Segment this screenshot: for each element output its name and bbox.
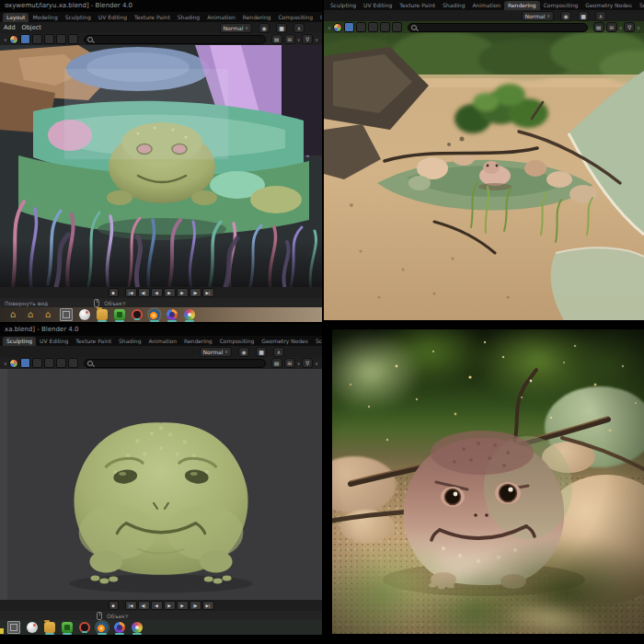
firefox-browser-icon[interactable] [167,309,178,320]
current-frame-chip[interactable]: ▪ [109,601,119,610]
home-icon[interactable]: ⌂ [42,309,53,320]
tab-animation[interactable]: Animation [468,1,504,10]
overlays-button[interactable]: ■ [256,347,267,357]
transform-orientation-dropdown[interactable]: Normal ∨ [220,23,252,33]
play-button[interactable]: ▶ [164,288,176,297]
blender-app-icon[interactable] [149,309,160,320]
filter-funnel-button[interactable]: ∇ [624,22,635,32]
tab-compositing[interactable]: Compositing [540,1,582,10]
tab-uv-editing[interactable]: UV Editing [36,337,72,346]
shading-sphere-icon[interactable] [9,35,18,44]
next-keyframe-button[interactable]: |▶ [190,288,201,297]
tab-texture-paint[interactable]: Texture Paint [131,13,174,22]
tab-shading[interactable]: Shading [174,13,203,22]
home-icon[interactable]: ⌂ [25,309,36,320]
tab-texture-paint[interactable]: Texture Paint [396,1,439,10]
tab-sculpting[interactable]: Sculpting [3,337,36,346]
tab-geometry-nodes[interactable]: Geometry Nodes [581,1,636,10]
mode-button-active[interactable] [20,34,30,44]
proportional-editing-button[interactable]: ◉ [238,347,249,357]
gizmo-toggle-button[interactable]: ⊞ [606,22,617,32]
mode-button[interactable] [380,22,390,32]
tab-compositing[interactable]: Compositing [216,337,259,346]
file-manager-icon[interactable] [97,309,108,320]
viewport-rendered-beach[interactable]: ∨ ▤ ⊞ ∨ ∇ ∨ [324,21,644,320]
prev-keyframe-button[interactable]: ◀| [138,601,150,610]
tab-geometry-nodes[interactable]: Geometry Nodes [258,337,312,346]
tab-animation[interactable]: Animation [144,337,180,346]
tab-compositing[interactable]: Compositing [274,13,316,22]
mode-button[interactable] [32,358,42,368]
mode-button[interactable] [368,22,378,32]
prev-frame-button[interactable]: ◀ [151,601,163,610]
viewport-sculpt[interactable] [0,369,322,600]
file-manager-icon[interactable] [44,622,55,633]
media-player-icon[interactable] [79,309,90,320]
next-keyframe-button[interactable]: |▶ [190,601,201,610]
overlays-button[interactable]: ■ [578,11,589,21]
mode-button[interactable] [56,358,66,368]
clipboard-icon[interactable]: ▤ [593,22,604,32]
mode-button-active[interactable] [20,358,30,368]
jump-to-start-button[interactable]: |◀ [125,601,137,610]
next-frame-button[interactable]: ▶ [177,601,189,610]
shading-sphere-icon[interactable] [333,23,342,32]
prev-keyframe-button[interactable]: ◀| [138,288,150,297]
menu-object[interactable]: Object [22,24,41,31]
collapse-chevron-icon[interactable]: ∨ [4,361,7,366]
snapping-button[interactable]: ∧ [293,23,305,33]
blender-app-icon[interactable] [97,622,108,633]
tab-uv-editing[interactable]: UV Editing [360,1,396,10]
firefox-browser-icon[interactable] [114,622,125,633]
home-icon[interactable]: ⌂ [7,309,18,320]
tab-scripting[interactable]: Scripting [312,337,322,346]
tab-layout[interactable]: Layout [3,13,29,22]
filter-funnel-button[interactable]: ∇ [302,34,313,44]
mode-button[interactable] [356,22,366,32]
proportional-editing-button[interactable]: ◉ [259,23,270,33]
next-frame-button[interactable]: ▶ [177,288,189,297]
tab-sculpting[interactable]: Sculpting [327,1,360,10]
menu-add[interactable]: Add [4,24,16,31]
opera-browser-icon[interactable] [79,622,90,633]
tab-shading[interactable]: Shading [115,337,144,346]
shading-sphere-icon[interactable] [9,359,18,368]
tab-uv-editing[interactable]: UV Editing [95,13,131,22]
green-app-icon[interactable] [62,622,73,633]
collapse-chevron-icon[interactable]: ∨ [328,25,331,30]
mode-button[interactable] [44,358,54,368]
current-frame-chip[interactable]: ▪ [109,288,119,297]
play-button[interactable]: ▶ [164,601,176,610]
tab-modeling[interactable]: Modeling [29,13,61,22]
clipboard-icon[interactable]: ▤ [271,34,282,44]
tab-animation[interactable]: Animation [203,13,239,22]
tab-rendering[interactable]: Rendering [504,1,540,10]
search-input[interactable] [408,23,588,32]
viewport-3d-random-color[interactable] [0,45,322,287]
search-input[interactable] [84,35,266,44]
transform-orientation-dropdown[interactable]: Normal ∨ [200,347,232,357]
proportional-editing-button[interactable]: ◉ [560,11,571,21]
gizmo-toggle-button[interactable]: ⊞ [284,358,295,368]
graphics-app-icon[interactable] [184,309,195,320]
virtual-desktops-icon[interactable] [60,308,73,321]
jump-to-end-button[interactable]: ▶| [202,288,214,297]
mode-button[interactable] [392,22,402,32]
tab-sculpting[interactable]: Sculpting [62,13,95,22]
jump-to-start-button[interactable]: |◀ [125,288,137,297]
green-app-icon[interactable] [114,309,125,320]
prev-frame-button[interactable]: ◀ [151,288,163,297]
mode-button[interactable] [56,34,66,44]
clipboard-icon[interactable]: ▤ [271,358,282,368]
mode-button[interactable] [32,34,42,44]
filter-funnel-button[interactable]: ∇ [302,358,313,368]
mode-button-active[interactable] [344,22,354,32]
tab-rendering[interactable]: Rendering [239,13,275,22]
mode-button[interactable] [44,34,54,44]
mode-button[interactable] [68,34,78,44]
media-player-icon[interactable] [27,622,38,633]
overlays-button[interactable]: ■ [276,23,287,33]
tab-texture-paint[interactable]: Texture Paint [72,337,115,346]
snapping-button[interactable]: ∧ [595,11,606,21]
gizmo-toggle-button[interactable]: ⊞ [284,34,295,44]
